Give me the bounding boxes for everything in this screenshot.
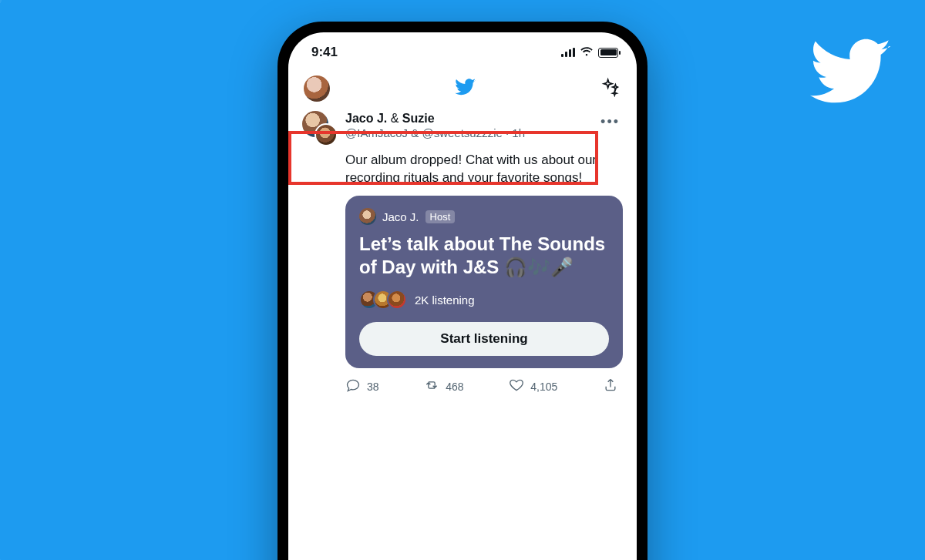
status-indicators [561, 45, 618, 60]
retweet-icon [424, 377, 439, 395]
status-bar: 9:41 [288, 32, 637, 68]
space-listeners: 2K listening [359, 290, 609, 310]
listening-count: 2K listening [415, 293, 475, 307]
twitter-bird-logo [809, 29, 894, 114]
tweet[interactable]: ••• Jaco J. & Suzie @IAmJacoJ & @sweetsu… [288, 108, 637, 403]
more-options-icon[interactable]: ••• [600, 114, 620, 130]
start-listening-button[interactable]: Start listening [359, 322, 609, 356]
sparkle-icon[interactable] [601, 77, 621, 100]
wifi-icon [580, 45, 594, 60]
tweet-header: Jaco J. & Suzie @IAmJacoJ & @sweetsuzzzi… [302, 111, 623, 146]
retweet-count: 468 [446, 381, 463, 393]
space-host-row: Jaco J. Host [359, 208, 609, 225]
status-time: 9:41 [311, 45, 338, 60]
space-title: Let’s talk about The Sounds of Day with … [359, 233, 609, 279]
reply-button[interactable]: 38 [345, 377, 379, 395]
tweet-handles-time[interactable]: @IAmJacoJ & @sweetsuzzzie · 1h [345, 126, 623, 140]
retweet-button[interactable]: 468 [424, 377, 463, 395]
host-avatar [359, 208, 376, 225]
author-avatars[interactable] [302, 111, 338, 146]
author-name-1: Jaco J. [345, 112, 387, 125]
listener-avatars [359, 290, 407, 310]
twitter-logo-icon[interactable] [455, 76, 476, 101]
profile-avatar[interactable] [304, 75, 330, 102]
phone-frame: 9:41 ••• [278, 22, 648, 560]
author-name-2: Suzie [402, 112, 435, 125]
battery-icon [598, 48, 618, 58]
listener-avatar [387, 290, 407, 310]
heart-icon [509, 377, 524, 395]
reply-count: 38 [367, 381, 379, 393]
tweet-authors[interactable]: Jaco J. & Suzie [345, 111, 623, 126]
share-button[interactable] [603, 377, 618, 395]
app-bar [288, 68, 637, 108]
spaces-card[interactable]: Jaco J. Host Let’s talk about The Sounds… [345, 196, 623, 368]
tweet-actions: 38 468 4,105 [345, 377, 623, 395]
cellular-icon [561, 48, 575, 57]
reply-icon [345, 377, 361, 395]
author-avatar-2 [314, 123, 338, 146]
like-button[interactable]: 4,105 [509, 377, 557, 395]
share-icon [603, 377, 618, 395]
phone-screen: 9:41 ••• [288, 32, 637, 560]
host-name: Jaco J. [382, 210, 419, 223]
like-count: 4,105 [530, 381, 557, 393]
host-badge: Host [426, 210, 456, 223]
tweet-text: Our album dropped! Chat with us about ou… [345, 151, 623, 186]
author-connector: & [387, 112, 402, 125]
